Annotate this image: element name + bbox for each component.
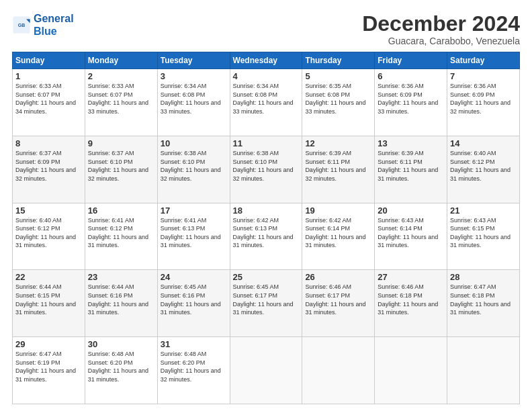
subtitle: Guacara, Carabobo, Venezuela: [362, 36, 520, 46]
day-info: Sunrise: 6:35 AMSunset: 6:08 PMDaylight:…: [305, 82, 371, 116]
calendar-week-3: 15Sunrise: 6:40 AMSunset: 6:12 PMDayligh…: [13, 203, 520, 270]
day-number: 10: [161, 138, 227, 148]
day-info: Sunrise: 6:36 AMSunset: 6:09 PMDaylight:…: [450, 82, 517, 116]
day-info: Sunrise: 6:48 AMSunset: 6:20 PMDaylight:…: [161, 350, 227, 383]
day-info: Sunrise: 6:46 AMSunset: 6:17 PMDaylight:…: [305, 283, 371, 316]
day-info: Sunrise: 6:39 AMSunset: 6:11 PMDaylight:…: [378, 149, 444, 183]
day-header-sunday: Sunday: [13, 52, 85, 69]
calendar-cell: 3Sunrise: 6:34 AMSunset: 6:08 PMDaylight…: [157, 69, 230, 136]
day-info: Sunrise: 6:41 AMSunset: 6:13 PMDaylight:…: [161, 216, 227, 250]
day-info: Sunrise: 6:47 AMSunset: 6:18 PMDaylight:…: [450, 283, 517, 316]
logo: GB General Blue: [12, 12, 74, 38]
day-info: Sunrise: 6:46 AMSunset: 6:18 PMDaylight:…: [378, 283, 444, 316]
day-number: 20: [378, 205, 444, 216]
day-info: Sunrise: 6:38 AMSunset: 6:10 PMDaylight:…: [233, 149, 300, 183]
day-number: 12: [305, 138, 371, 148]
day-header-thursday: Thursday: [302, 52, 375, 69]
calendar-cell: 15Sunrise: 6:40 AMSunset: 6:12 PMDayligh…: [13, 203, 85, 270]
day-info: Sunrise: 6:43 AMSunset: 6:14 PMDaylight:…: [378, 216, 444, 250]
calendar-cell: 10Sunrise: 6:38 AMSunset: 6:10 PMDayligh…: [157, 136, 230, 203]
calendar-cell: 28Sunrise: 6:47 AMSunset: 6:18 PMDayligh…: [447, 270, 520, 337]
main-title: December 2024: [362, 12, 520, 36]
day-info: Sunrise: 6:33 AMSunset: 6:07 PMDaylight:…: [15, 82, 82, 116]
calendar-cell: 31Sunrise: 6:48 AMSunset: 6:20 PMDayligh…: [157, 337, 230, 404]
calendar-cell: 7Sunrise: 6:36 AMSunset: 6:09 PMDaylight…: [447, 69, 520, 136]
calendar-cell: 4Sunrise: 6:34 AMSunset: 6:08 PMDaylight…: [230, 69, 302, 136]
calendar-week-1: 1Sunrise: 6:33 AMSunset: 6:07 PMDaylight…: [13, 69, 520, 136]
calendar-cell: 2Sunrise: 6:33 AMSunset: 6:07 PMDaylight…: [85, 69, 157, 136]
calendar-cell: 24Sunrise: 6:45 AMSunset: 6:16 PMDayligh…: [157, 270, 230, 337]
day-number: 22: [15, 272, 82, 282]
day-number: 18: [233, 205, 300, 216]
day-info: Sunrise: 6:38 AMSunset: 6:10 PMDaylight:…: [161, 149, 227, 183]
day-info: Sunrise: 6:40 AMSunset: 6:12 PMDaylight:…: [450, 149, 517, 183]
logo-text: General Blue: [34, 12, 74, 38]
calendar-cell: 26Sunrise: 6:46 AMSunset: 6:17 PMDayligh…: [302, 270, 375, 337]
day-header-wednesday: Wednesday: [230, 52, 302, 69]
day-info: Sunrise: 6:34 AMSunset: 6:08 PMDaylight:…: [161, 82, 227, 116]
day-number: 29: [15, 339, 82, 349]
calendar-cell: 18Sunrise: 6:42 AMSunset: 6:13 PMDayligh…: [230, 203, 302, 270]
day-info: Sunrise: 6:36 AMSunset: 6:09 PMDaylight:…: [378, 82, 444, 116]
calendar-cell: 12Sunrise: 6:39 AMSunset: 6:11 PMDayligh…: [302, 136, 375, 203]
day-info: Sunrise: 6:34 AMSunset: 6:08 PMDaylight:…: [233, 82, 300, 116]
calendar-cell: 29Sunrise: 6:47 AMSunset: 6:19 PMDayligh…: [13, 337, 85, 404]
day-header-saturday: Saturday: [447, 52, 520, 69]
day-number: 3: [161, 71, 227, 81]
day-number: 19: [305, 205, 371, 216]
svg-text:GB: GB: [18, 23, 26, 28]
day-number: 28: [450, 272, 517, 282]
day-number: 6: [378, 71, 444, 81]
day-info: Sunrise: 6:47 AMSunset: 6:19 PMDaylight:…: [15, 350, 82, 383]
day-number: 17: [161, 205, 227, 216]
day-number: 1: [15, 71, 82, 81]
day-number: 5: [305, 71, 371, 81]
calendar-cell: [375, 337, 447, 404]
calendar-cell: [447, 337, 520, 404]
day-number: 23: [88, 272, 154, 282]
calendar-cell: 21Sunrise: 6:43 AMSunset: 6:15 PMDayligh…: [447, 203, 520, 270]
calendar-cell: 13Sunrise: 6:39 AMSunset: 6:11 PMDayligh…: [375, 136, 447, 203]
day-info: Sunrise: 6:45 AMSunset: 6:17 PMDaylight:…: [233, 283, 300, 316]
day-number: 13: [378, 138, 444, 148]
day-number: 16: [88, 205, 154, 216]
calendar-cell: 20Sunrise: 6:43 AMSunset: 6:14 PMDayligh…: [375, 203, 447, 270]
day-info: Sunrise: 6:42 AMSunset: 6:13 PMDaylight:…: [233, 216, 300, 250]
day-header-tuesday: Tuesday: [157, 52, 230, 69]
calendar-week-2: 8Sunrise: 6:37 AMSunset: 6:09 PMDaylight…: [13, 136, 520, 203]
calendar-cell: 30Sunrise: 6:48 AMSunset: 6:20 PMDayligh…: [85, 337, 157, 404]
day-number: 30: [88, 339, 154, 349]
day-number: 31: [161, 339, 227, 349]
calendar-week-4: 22Sunrise: 6:44 AMSunset: 6:15 PMDayligh…: [13, 270, 520, 337]
day-info: Sunrise: 6:41 AMSunset: 6:12 PMDaylight:…: [88, 216, 154, 250]
day-info: Sunrise: 6:37 AMSunset: 6:10 PMDaylight:…: [88, 149, 154, 183]
day-number: 24: [161, 272, 227, 282]
day-number: 8: [15, 138, 82, 148]
calendar-cell: [230, 337, 302, 404]
calendar-cell: [302, 337, 375, 404]
day-info: Sunrise: 6:40 AMSunset: 6:12 PMDaylight:…: [15, 216, 82, 250]
day-info: Sunrise: 6:48 AMSunset: 6:20 PMDaylight:…: [88, 350, 154, 383]
title-block: December 2024 Guacara, Carabobo, Venezue…: [362, 12, 520, 46]
logo-icon: GB: [12, 15, 31, 34]
calendar-cell: 17Sunrise: 6:41 AMSunset: 6:13 PMDayligh…: [157, 203, 230, 270]
day-info: Sunrise: 6:42 AMSunset: 6:14 PMDaylight:…: [305, 216, 371, 250]
day-header-friday: Friday: [375, 52, 447, 69]
page: GB General Blue December 2024 Guacara, C…: [0, 0, 532, 411]
calendar-cell: 19Sunrise: 6:42 AMSunset: 6:14 PMDayligh…: [302, 203, 375, 270]
calendar-cell: 8Sunrise: 6:37 AMSunset: 6:09 PMDaylight…: [13, 136, 85, 203]
calendar-cell: 11Sunrise: 6:38 AMSunset: 6:10 PMDayligh…: [230, 136, 302, 203]
day-number: 9: [88, 138, 154, 148]
logo-line1: General: [34, 13, 74, 24]
day-info: Sunrise: 6:43 AMSunset: 6:15 PMDaylight:…: [450, 216, 517, 250]
day-number: 25: [233, 272, 300, 282]
day-info: Sunrise: 6:44 AMSunset: 6:16 PMDaylight:…: [88, 283, 154, 316]
calendar-cell: 23Sunrise: 6:44 AMSunset: 6:16 PMDayligh…: [85, 270, 157, 337]
calendar-week-5: 29Sunrise: 6:47 AMSunset: 6:19 PMDayligh…: [13, 337, 520, 404]
day-number: 11: [233, 138, 300, 148]
header: GB General Blue December 2024 Guacara, C…: [12, 12, 520, 46]
day-number: 15: [15, 205, 82, 216]
calendar-cell: 27Sunrise: 6:46 AMSunset: 6:18 PMDayligh…: [375, 270, 447, 337]
day-info: Sunrise: 6:39 AMSunset: 6:11 PMDaylight:…: [305, 149, 371, 183]
calendar: SundayMondayTuesdayWednesdayThursdayFrid…: [12, 52, 520, 404]
